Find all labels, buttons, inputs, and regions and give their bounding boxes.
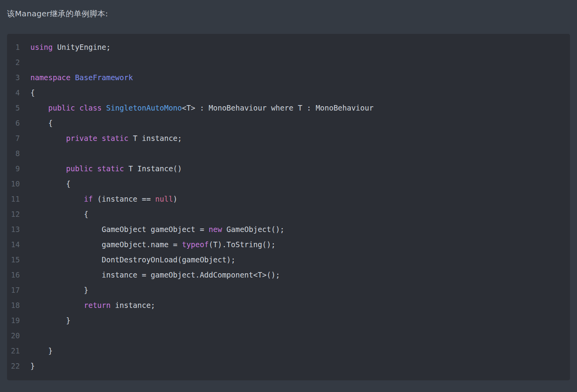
code-line-content: { (20, 207, 88, 222)
code-token-kw: public (66, 164, 93, 173)
code-token-pl (93, 164, 97, 173)
line-number: 7 (7, 131, 20, 146)
code-line: 3namespace BaseFramework (7, 70, 562, 85)
line-number: 8 (7, 146, 20, 161)
code-line-content: } (20, 313, 71, 328)
code-token-kw: class (79, 104, 102, 112)
line-number: 4 (7, 85, 20, 100)
code-line: 11 if (instance == null) (7, 192, 562, 207)
code-token-pl (30, 134, 66, 142)
code-line-content: using UnityEngine; (20, 40, 111, 55)
line-number: 14 (7, 237, 20, 252)
code-line-content: } (20, 343, 53, 359)
code-line: 8 (7, 146, 562, 161)
code-token-pl: UnityEngine; (53, 43, 111, 51)
code-token-pl (97, 134, 102, 142)
line-number: 19 (7, 313, 20, 328)
code-token-kw: new (209, 225, 222, 234)
code-line-content: public static T Instance() (20, 161, 182, 176)
code-line-content: { (20, 116, 53, 131)
line-number: 2 (7, 55, 20, 70)
code-line-content: { (20, 85, 35, 100)
code-token-pl (30, 301, 84, 309)
code-line: 15 DontDestroyOnLoad(gameObject); (7, 252, 562, 267)
line-number: 16 (7, 267, 20, 283)
code-line: 22} (7, 359, 562, 374)
code-token-pl: (instance == (93, 195, 155, 203)
code-token-pl: { (30, 88, 35, 97)
line-number: 17 (7, 283, 20, 298)
code-token-pl: ) (173, 195, 177, 203)
code-line-content: namespace BaseFramework (20, 70, 133, 85)
page-title: 该Manager继承的单例脚本: (7, 8, 570, 19)
code-token-pl: } (30, 346, 53, 355)
code-token-pl (71, 73, 75, 82)
code-token-kw: typeof (182, 240, 209, 249)
code-token-kw: if (84, 195, 93, 203)
code-line: 6 { (7, 116, 562, 131)
code-line-content: } (20, 359, 35, 374)
code-line-content: gameObject.name = typeof(T).ToString(); (20, 237, 275, 252)
line-number: 13 (7, 222, 20, 237)
code-line-content: GameObject gameObject = new GameObject()… (20, 222, 284, 237)
line-number: 11 (7, 192, 20, 207)
code-lines: 1using UnityEngine;23namespace BaseFrame… (7, 40, 562, 374)
code-token-pl: } (30, 362, 35, 370)
code-line-content: return instance; (20, 298, 155, 313)
code-line-content: DontDestroyOnLoad(gameObject); (20, 252, 235, 267)
code-line: 9 public static T Instance() (7, 161, 562, 176)
code-line: 10 { (7, 176, 562, 192)
code-token-pl: DontDestroyOnLoad(gameObject); (30, 255, 235, 264)
code-token-pl: <T> : MonoBehaviour where T : MonoBehavi… (182, 104, 374, 112)
line-number: 6 (7, 116, 20, 131)
code-token-pl: { (30, 179, 71, 188)
code-line: 16 instance = gameObject.AddComponent<T>… (7, 267, 562, 283)
line-number: 18 (7, 298, 20, 313)
code-line: 1using UnityEngine; (7, 40, 562, 55)
code-line: 14 gameObject.name = typeof(T).ToString(… (7, 237, 562, 252)
code-token-lit: null (155, 195, 173, 203)
code-line: 13 GameObject gameObject = new GameObjec… (7, 222, 562, 237)
code-token-kw: static (102, 134, 129, 142)
line-number: 20 (7, 328, 20, 343)
code-token-pl (30, 195, 84, 203)
code-token-pl: T instance; (129, 134, 182, 142)
code-token-pl: GameObject gameObject = (30, 225, 209, 234)
code-line-content: instance = gameObject.AddComponent<T>(); (20, 267, 280, 283)
code-line: 21 } (7, 343, 562, 359)
line-number: 21 (7, 343, 20, 359)
line-number: 9 (7, 161, 20, 176)
code-token-pl: GameObject(); (222, 225, 284, 234)
line-number: 22 (7, 359, 20, 374)
line-number: 3 (7, 70, 20, 85)
code-token-pl (30, 164, 66, 173)
code-token-pl: } (30, 316, 71, 325)
code-line-content: private static T instance; (20, 131, 182, 146)
code-token-kw: public (48, 104, 75, 112)
code-line: 7 private static T instance; (7, 131, 562, 146)
code-line: 18 return instance; (7, 298, 562, 313)
code-token-pl: { (30, 119, 53, 127)
code-token-pl (102, 104, 106, 112)
code-line: 2 (7, 55, 562, 70)
line-number: 1 (7, 40, 20, 55)
code-line: 20 (7, 328, 562, 343)
code-line-content: if (instance == null) (20, 192, 178, 207)
code-line: 4{ (7, 85, 562, 100)
code-token-pl: gameObject.name = (30, 240, 182, 249)
code-token-pl (30, 104, 48, 112)
code-token-pl: { (30, 210, 88, 218)
code-line: 5 public class SingletonAutoMono<T> : Mo… (7, 100, 562, 116)
code-block: 1using UnityEngine;23namespace BaseFrame… (7, 34, 570, 380)
line-number: 15 (7, 252, 20, 267)
page: 该Manager继承的单例脚本: 1using UnityEngine;23na… (0, 8, 577, 380)
line-number: 5 (7, 100, 20, 116)
code-token-kw: static (97, 164, 124, 173)
line-number: 10 (7, 176, 20, 192)
code-token-pl: T Instance() (124, 164, 182, 173)
code-token-ns: BaseFramework (75, 73, 133, 82)
code-token-pl (75, 104, 79, 112)
code-line-content: { (20, 176, 71, 192)
code-token-kw: using (30, 43, 53, 51)
code-token-cls: SingletonAutoMono (106, 104, 182, 112)
